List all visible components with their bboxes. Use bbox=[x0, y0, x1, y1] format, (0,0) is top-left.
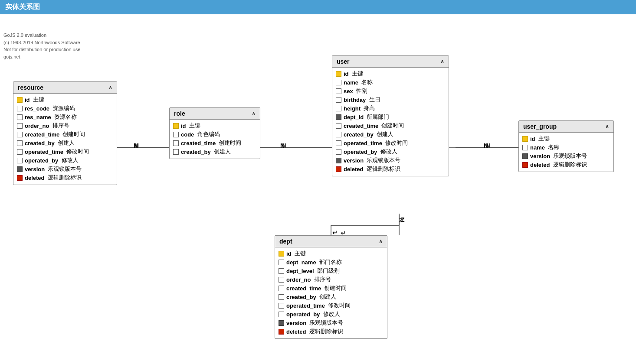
icon-empty bbox=[336, 80, 341, 85]
entity-row: sex 性别 bbox=[336, 87, 445, 95]
entity-row: operated_by 修改人 bbox=[279, 310, 384, 318]
icon-dark bbox=[522, 153, 528, 159]
entity-row: dept_level 部门级别 bbox=[279, 266, 384, 275]
icon-empty bbox=[173, 149, 179, 155]
entity-row: dept_id 所属部门 bbox=[336, 113, 445, 121]
entity-user-group-rows: id 主键 name 名称 version 乐观锁版本号 deleted 逻辑删… bbox=[519, 133, 613, 172]
icon-red bbox=[336, 166, 341, 172]
icon-empty bbox=[279, 312, 284, 317]
icon-dark bbox=[336, 158, 341, 163]
entity-dept-title: dept ∧ bbox=[275, 236, 387, 247]
icon-empty bbox=[279, 286, 284, 291]
icon-yellow bbox=[173, 123, 179, 129]
canvas: GoJS 2.0 evaluation (c) 1998-2019 Northw… bbox=[0, 14, 636, 361]
icon-empty bbox=[279, 260, 284, 265]
entity-user: user ∧ id 主键 name 名称 sex 性别 birthday 生日 … bbox=[332, 55, 449, 176]
entity-row: operated_by 修改人 bbox=[336, 147, 445, 156]
entity-row: birthday 生日 bbox=[336, 95, 445, 104]
entity-dept-rows: id 主键 dept_name 部门名称 dept_level 部门级别 ord… bbox=[275, 247, 387, 338]
entity-row: version 乐观锁版本号 bbox=[336, 156, 445, 165]
icon-empty bbox=[336, 123, 341, 129]
entity-user-rows: id 主键 name 名称 sex 性别 birthday 生日 height … bbox=[332, 68, 449, 176]
entity-row: created_by 创建人 bbox=[17, 139, 113, 147]
icon-yellow bbox=[17, 97, 23, 103]
entity-user-group: user_group ∧ id 主键 name 名称 version 乐观锁版本… bbox=[518, 120, 614, 172]
icon-dark bbox=[279, 320, 284, 326]
label-z: Z bbox=[401, 216, 405, 223]
label-n1: N bbox=[134, 142, 138, 149]
icon-yellow bbox=[279, 251, 284, 257]
icon-empty bbox=[336, 97, 341, 103]
icon-empty bbox=[173, 140, 179, 146]
entity-row: operated_time 修改时间 bbox=[336, 139, 445, 147]
entity-user-group-title: user_group ∧ bbox=[519, 121, 613, 133]
entity-row: code 角色编码 bbox=[173, 130, 256, 139]
icon-empty bbox=[336, 106, 341, 111]
icon-empty bbox=[17, 114, 23, 120]
entity-row: created_time 创建时间 bbox=[336, 121, 445, 130]
entity-row: version 乐观锁版本号 bbox=[17, 165, 113, 173]
entity-row: order_no 排序号 bbox=[279, 275, 384, 284]
icon-empty bbox=[17, 158, 23, 163]
entity-row: name 名称 bbox=[522, 143, 610, 152]
entity-resource-rows: id 主键 res_code 资源编码 res_name 资源名称 order_… bbox=[13, 94, 117, 185]
entity-row: res_name 资源名称 bbox=[17, 113, 113, 121]
label-n3: N bbox=[484, 142, 488, 149]
icon-red bbox=[279, 329, 284, 335]
icon-empty bbox=[279, 268, 284, 274]
icon-yellow bbox=[336, 71, 341, 77]
label-arrow: ↵ bbox=[332, 229, 338, 236]
entity-row: name 名称 bbox=[336, 78, 445, 87]
entity-row: deleted 逻辑删除标识 bbox=[336, 165, 445, 173]
entity-resource: resource ∧ id 主键 res_code 资源编码 res_name … bbox=[13, 81, 117, 185]
entity-row: order_no 排序号 bbox=[17, 121, 113, 130]
entity-role: role ∧ id 主键 code 角色编码 created_time 创建时间… bbox=[169, 107, 260, 159]
entity-role-title: role ∧ bbox=[170, 108, 260, 120]
entity-row: created_time 创建时间 bbox=[173, 139, 256, 147]
entity-role-rows: id 主键 code 角色编码 created_time 创建时间 create… bbox=[170, 120, 260, 159]
entity-row: operated_by 修改人 bbox=[17, 156, 113, 165]
entity-row: created_time 创建时间 bbox=[279, 284, 384, 292]
icon-empty bbox=[336, 88, 341, 94]
entity-row: created_time 创建时间 bbox=[17, 130, 113, 139]
icon-empty bbox=[336, 149, 341, 155]
entity-row: operated_time 修改时间 bbox=[279, 301, 384, 310]
icon-empty bbox=[173, 132, 179, 137]
icon-empty bbox=[336, 132, 341, 137]
entity-row: version 乐观锁版本号 bbox=[522, 152, 610, 160]
icon-yellow bbox=[522, 136, 528, 142]
icon-empty bbox=[522, 145, 528, 150]
watermark: GoJS 2.0 evaluation (c) 1998-2019 Northw… bbox=[3, 32, 80, 60]
entity-user-title: user ∧ bbox=[332, 56, 449, 68]
header: 实体关系图 bbox=[0, 0, 636, 14]
entity-row: version 乐观锁版本号 bbox=[279, 318, 384, 327]
entity-row: deleted 逻辑删除标识 bbox=[17, 173, 113, 182]
entity-row: dept_name 部门名称 bbox=[279, 258, 384, 266]
entity-row: deleted 逻辑删除标识 bbox=[522, 160, 610, 169]
label-n2: N bbox=[280, 142, 285, 149]
entity-row: created_by 创建人 bbox=[279, 292, 384, 301]
icon-empty bbox=[279, 277, 284, 283]
icon-dark bbox=[336, 114, 341, 120]
icon-empty bbox=[17, 123, 23, 129]
icon-empty bbox=[336, 140, 341, 146]
entity-row: operated_time 修改时间 bbox=[17, 147, 113, 156]
entity-row: created_by 创建人 bbox=[173, 147, 256, 156]
entity-row: height 身高 bbox=[336, 104, 445, 113]
entity-row: id 主键 bbox=[336, 69, 445, 78]
entity-row: created_by 创建人 bbox=[336, 130, 445, 139]
icon-red bbox=[522, 162, 528, 168]
entity-row: res_code 资源编码 bbox=[17, 104, 113, 113]
entity-row: id 主键 bbox=[173, 121, 256, 130]
icon-empty bbox=[17, 140, 23, 146]
header-title: 实体关系图 bbox=[5, 3, 40, 10]
entity-row: id 主键 bbox=[17, 95, 113, 104]
entity-dept: dept ∧ id 主键 dept_name 部门名称 dept_level 部… bbox=[275, 235, 387, 339]
entity-resource-title: resource ∧ bbox=[13, 82, 117, 94]
icon-empty bbox=[17, 132, 23, 137]
icon-empty bbox=[17, 149, 23, 155]
entity-row: id 主键 bbox=[522, 134, 610, 143]
icon-empty bbox=[279, 303, 284, 309]
icon-empty bbox=[17, 106, 23, 111]
icon-empty bbox=[279, 294, 284, 300]
